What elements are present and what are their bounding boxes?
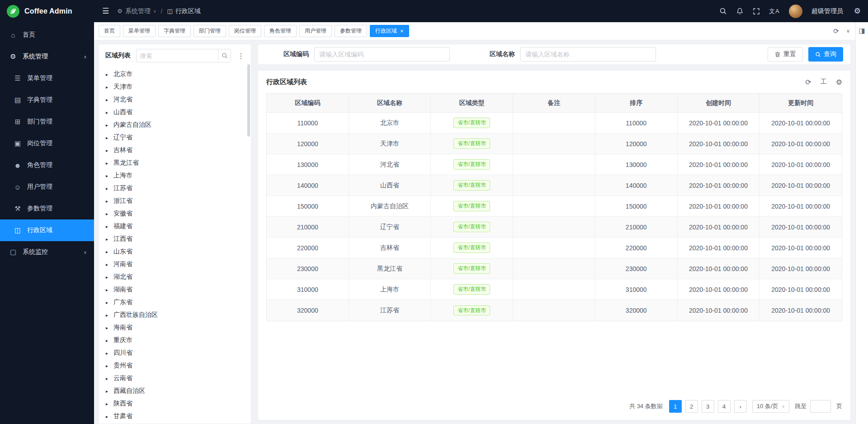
- tree-item[interactable]: ▸ 云南省: [99, 372, 251, 385]
- tree-item[interactable]: ▸ 青海省: [99, 423, 251, 424]
- tree-item[interactable]: ▸ 广西壮族自治区: [99, 309, 251, 321]
- search-icon[interactable]: [218, 49, 231, 62]
- expand-arrow-icon[interactable]: ▸: [106, 148, 109, 153]
- search-button[interactable]: 查询: [808, 47, 843, 62]
- tree-item[interactable]: ▸ 广东省: [99, 296, 251, 309]
- tree-item[interactable]: ▸ 辽宁省: [99, 131, 251, 144]
- tree-item[interactable]: ▸ 湖南省: [99, 283, 251, 296]
- tree-item[interactable]: ▸ 江西省: [99, 233, 251, 245]
- tree-item[interactable]: ▸ 河南省: [99, 258, 251, 271]
- table-row[interactable]: 130000 河北省 省市/直辖市 130000 2020-10-01 00:0…: [267, 154, 842, 175]
- expand-arrow-icon[interactable]: ▸: [106, 97, 109, 102]
- sidebar-item-parameter-management[interactable]: ⚒ 参数管理: [0, 198, 94, 219]
- avatar[interactable]: [789, 5, 802, 18]
- tree-item[interactable]: ▸ 贵州省: [99, 359, 251, 372]
- sidebar-item-system-monitor[interactable]: ▢ 系统监控 ∨: [0, 241, 94, 263]
- table-row[interactable]: 220000 吉林省 省市/直辖市 220000 2020-10-01 00:0…: [267, 238, 842, 258]
- sidebar-item-menu-management[interactable]: ☰ 菜单管理: [0, 67, 94, 89]
- translate-icon[interactable]: 文A: [769, 7, 780, 15]
- tree-item[interactable]: ▸ 上海市: [99, 169, 251, 182]
- region-search-input[interactable]: [137, 52, 218, 59]
- table-row[interactable]: 230000 黑龙江省 省市/直辖市 230000 2020-10-01 00:…: [267, 258, 842, 279]
- expand-arrow-icon[interactable]: ▸: [106, 211, 109, 216]
- expand-arrow-icon[interactable]: ▸: [106, 262, 109, 267]
- expand-arrow-icon[interactable]: ▸: [106, 325, 109, 330]
- sidebar-item-system-management[interactable]: ⚙ 系统管理 ∧: [0, 46, 94, 67]
- table-row[interactable]: 310000 上海市 省市/直辖市 310000 2020-10-01 00:0…: [267, 279, 842, 300]
- expand-arrow-icon[interactable]: ▸: [106, 401, 109, 406]
- tab-dictionary-management[interactable]: 字典管理: [158, 25, 191, 37]
- settings-gear-icon[interactable]: ⚙: [854, 6, 861, 16]
- layout-panel-icon[interactable]: ◨: [859, 27, 865, 35]
- page-button-3[interactable]: 3: [702, 400, 714, 413]
- tab-administrative-region[interactable]: 行政区域 ×: [370, 25, 409, 37]
- more-options-icon[interactable]: ⋮: [236, 52, 246, 60]
- expand-arrow-icon[interactable]: ▸: [106, 173, 109, 178]
- expand-arrow-icon[interactable]: ▸: [106, 186, 109, 191]
- expand-arrow-icon[interactable]: ▸: [106, 351, 109, 356]
- table-row[interactable]: 120000 天津市 省市/直辖市 120000 2020-10-01 00:0…: [267, 133, 842, 154]
- expand-arrow-icon[interactable]: ▸: [106, 110, 109, 115]
- fullscreen-icon[interactable]: [753, 8, 760, 15]
- sidebar-item-department-management[interactable]: ⊞ 部门管理: [0, 111, 94, 133]
- tree-item[interactable]: ▸ 甘肃省: [99, 410, 251, 423]
- expand-arrow-icon[interactable]: ▸: [106, 135, 109, 140]
- column-settings-icon[interactable]: 工: [821, 78, 827, 86]
- tree-item[interactable]: ▸ 天津市: [99, 81, 251, 93]
- sidebar-item-post-management[interactable]: ▣ 岗位管理: [0, 133, 94, 154]
- page-size-select[interactable]: 10 条/页 ∨: [752, 400, 789, 413]
- scrollbar-thumb[interactable]: [247, 64, 250, 137]
- expand-arrow-icon[interactable]: ▸: [106, 275, 109, 280]
- tab-role-management[interactable]: 角色管理: [264, 25, 297, 37]
- menu-fold-icon[interactable]: ☰: [102, 6, 109, 16]
- region-code-input[interactable]: [314, 47, 450, 62]
- expand-arrow-icon[interactable]: ▸: [106, 338, 109, 343]
- next-page-button[interactable]: ›: [734, 400, 747, 413]
- expand-arrow-icon[interactable]: ▸: [106, 363, 109, 368]
- expand-arrow-icon[interactable]: ▸: [106, 376, 109, 381]
- refresh-icon[interactable]: ⟳: [833, 27, 839, 35]
- refresh-icon[interactable]: ⟳: [805, 78, 811, 86]
- tree-item[interactable]: ▸ 河北省: [99, 93, 251, 106]
- expand-arrow-icon[interactable]: ▸: [106, 287, 109, 292]
- tree-item[interactable]: ▸ 山东省: [99, 245, 251, 258]
- expand-arrow-icon[interactable]: ▸: [106, 313, 109, 318]
- tree-item[interactable]: ▸ 安徽省: [99, 207, 251, 220]
- search-icon[interactable]: [719, 7, 727, 15]
- table-row[interactable]: 210000 辽宁省 省市/直辖市 210000 2020-10-01 00:0…: [267, 217, 842, 238]
- breadcrumb-system-management[interactable]: ⚙ 系统管理 ∨: [117, 7, 156, 15]
- expand-arrow-icon[interactable]: ▸: [106, 85, 109, 90]
- sidebar-item-user-management[interactable]: ☺ 用户管理: [0, 176, 94, 198]
- expand-arrow-icon[interactable]: ▸: [106, 237, 109, 242]
- tree-item[interactable]: ▸ 海南省: [99, 321, 251, 334]
- table-row[interactable]: 320000 江苏省 省市/直辖市 320000 2020-10-01 00:0…: [267, 300, 842, 321]
- table-row[interactable]: 140000 山西省 省市/直辖市 140000 2020-10-01 00:0…: [267, 175, 842, 196]
- tree-item[interactable]: ▸ 浙江省: [99, 195, 251, 207]
- expand-arrow-icon[interactable]: ▸: [106, 389, 109, 394]
- expand-arrow-icon[interactable]: ▸: [106, 249, 109, 254]
- tab-menu-management[interactable]: 菜单管理: [123, 25, 156, 37]
- expand-arrow-icon[interactable]: ▸: [106, 414, 109, 419]
- sidebar-item-administrative-region[interactable]: ◫ 行政区域: [0, 219, 94, 241]
- sidebar-item-role-management[interactable]: ☻ 角色管理: [0, 154, 94, 176]
- tree-item[interactable]: ▸ 北京市: [99, 68, 251, 81]
- tree-item[interactable]: ▸ 吉林省: [99, 144, 251, 157]
- tree-item[interactable]: ▸ 湖北省: [99, 271, 251, 283]
- username[interactable]: 超级管理员: [811, 7, 843, 15]
- expand-arrow-icon[interactable]: ▸: [106, 199, 109, 204]
- reset-button[interactable]: 重置: [768, 47, 803, 62]
- tab-parameter-management[interactable]: 参数管理: [335, 25, 367, 37]
- tree-item[interactable]: ▸ 江苏省: [99, 182, 251, 195]
- tree-item[interactable]: ▸ 山西省: [99, 106, 251, 119]
- chevron-down-icon[interactable]: ∨: [846, 28, 850, 34]
- expand-arrow-icon[interactable]: ▸: [106, 300, 109, 305]
- tab-user-management[interactable]: 用户管理: [299, 25, 332, 37]
- tree-item[interactable]: ▸ 福建省: [99, 220, 251, 233]
- page-button-4[interactable]: 4: [718, 400, 731, 413]
- tab-home[interactable]: 首页: [99, 25, 120, 37]
- bell-icon[interactable]: [736, 7, 744, 15]
- expand-arrow-icon[interactable]: ▸: [106, 161, 109, 166]
- gear-icon[interactable]: ⚙: [836, 78, 842, 86]
- tab-department-management[interactable]: 部门管理: [193, 25, 226, 37]
- table-row[interactable]: 150000 内蒙古自治区 省市/直辖市 150000 2020-10-01 0…: [267, 196, 842, 217]
